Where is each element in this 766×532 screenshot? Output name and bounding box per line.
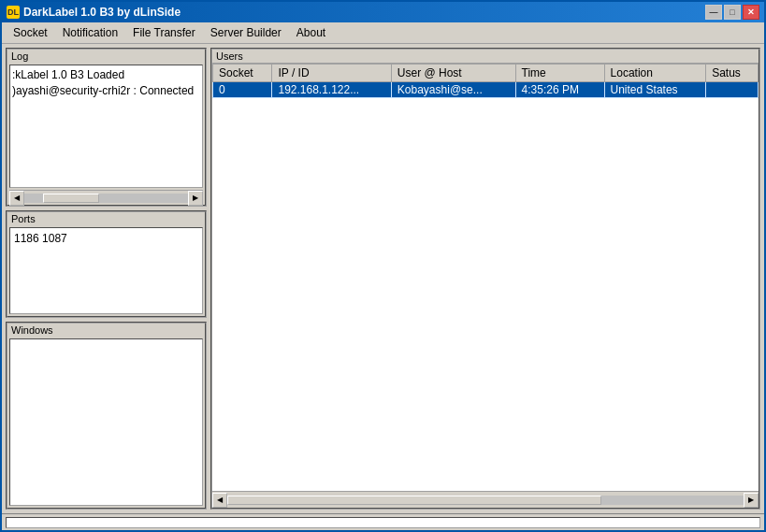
users-table-container: Socket IP / ID User @ Host Time Location… bbox=[212, 64, 759, 491]
minimize-button[interactable]: — bbox=[705, 5, 722, 20]
users-table: Socket IP / ID User @ Host Time Location… bbox=[212, 64, 759, 98]
users-scroll-thumb[interactable] bbox=[227, 496, 601, 505]
log-scrollbar-horizontal[interactable]: ◀ ▶ bbox=[9, 190, 203, 205]
title-bar: DL DarkLabel 1.0 B3 by dLinSide — □ ✕ bbox=[2, 2, 764, 22]
scroll-right-btn[interactable]: ▶ bbox=[188, 191, 203, 206]
cell-time: 4:35:26 PM bbox=[515, 82, 604, 98]
app-icon: DL bbox=[7, 6, 20, 19]
col-user-host[interactable]: User @ Host bbox=[391, 65, 515, 82]
scroll-track[interactable] bbox=[24, 194, 188, 203]
log-line-1: :kLabel 1.0 B3 Loaded bbox=[12, 67, 200, 83]
cell-location: United States bbox=[604, 82, 706, 98]
cell-socket: 0 bbox=[213, 82, 272, 98]
menu-server-builder[interactable]: Server Builder bbox=[203, 24, 289, 41]
log-content: :kLabel 1.0 B3 Loaded )ayashi@security-c… bbox=[9, 65, 203, 188]
status-inset bbox=[6, 517, 760, 528]
col-socket[interactable]: Socket bbox=[213, 65, 272, 82]
status-bar bbox=[2, 513, 764, 530]
col-location[interactable]: Location bbox=[604, 65, 706, 82]
cell-user-host: Kobayashi@se... bbox=[391, 82, 515, 98]
users-scroll-track[interactable] bbox=[227, 496, 744, 505]
menu-bar: Socket Notification File Transfer Server… bbox=[2, 22, 764, 44]
log-label: Log bbox=[7, 50, 205, 63]
menu-socket[interactable]: Socket bbox=[6, 24, 55, 41]
menu-about[interactable]: About bbox=[289, 24, 333, 41]
log-line-2: )ayashi@security-crhi2r : Connected bbox=[12, 83, 200, 99]
col-time[interactable]: Time bbox=[515, 65, 604, 82]
users-panel: Users Socket IP / ID User @ Host Time Lo… bbox=[210, 48, 760, 510]
title-buttons: — □ ✕ bbox=[705, 5, 759, 20]
scroll-thumb[interactable] bbox=[43, 194, 99, 203]
users-scrollbar-horizontal[interactable]: ◀ ▶ bbox=[212, 491, 759, 508]
table-row[interactable]: 0 192.168.1.122... Kobayashi@se... 4:35:… bbox=[213, 82, 759, 98]
windows-content bbox=[9, 338, 203, 506]
title-bar-left: DL DarkLabel 1.0 B3 by dLinSide bbox=[7, 6, 181, 19]
ports-section: Ports 1186 1087 bbox=[6, 210, 207, 318]
maximize-button[interactable]: □ bbox=[724, 5, 741, 20]
windows-section: Windows bbox=[6, 322, 207, 510]
menu-notification[interactable]: Notification bbox=[55, 24, 125, 41]
table-header-row: Socket IP / ID User @ Host Time Location… bbox=[213, 65, 759, 82]
ports-value: 1186 1087 bbox=[14, 232, 67, 245]
main-content: Log :kLabel 1.0 B3 Loaded )ayashi@securi… bbox=[2, 44, 764, 513]
users-table-body: 0 192.168.1.122... Kobayashi@se... 4:35:… bbox=[213, 82, 759, 98]
users-scroll-right-btn[interactable]: ▶ bbox=[744, 493, 759, 508]
left-panel: Log :kLabel 1.0 B3 Loaded )ayashi@securi… bbox=[6, 48, 207, 510]
log-section: Log :kLabel 1.0 B3 Loaded )ayashi@securi… bbox=[6, 48, 207, 207]
log-text-area: :kLabel 1.0 B3 Loaded )ayashi@security-c… bbox=[10, 65, 202, 187]
close-button[interactable]: ✕ bbox=[743, 5, 759, 20]
cell-status bbox=[706, 82, 759, 98]
col-status[interactable]: Satus bbox=[706, 65, 759, 82]
cell-ip-id: 192.168.1.122... bbox=[272, 82, 391, 98]
window-title: DarkLabel 1.0 B3 by dLinSide bbox=[23, 6, 181, 19]
users-scroll-left-btn[interactable]: ◀ bbox=[212, 493, 227, 508]
ports-label: Ports bbox=[7, 212, 205, 225]
users-label: Users bbox=[212, 50, 759, 64]
windows-label: Windows bbox=[7, 324, 205, 337]
scroll-left-btn[interactable]: ◀ bbox=[9, 191, 24, 206]
main-window: DL DarkLabel 1.0 B3 by dLinSide — □ ✕ So… bbox=[0, 0, 766, 532]
menu-file-transfer[interactable]: File Transfer bbox=[125, 24, 203, 41]
ports-content: 1186 1087 bbox=[9, 227, 203, 314]
col-ip-id[interactable]: IP / ID bbox=[272, 65, 391, 82]
